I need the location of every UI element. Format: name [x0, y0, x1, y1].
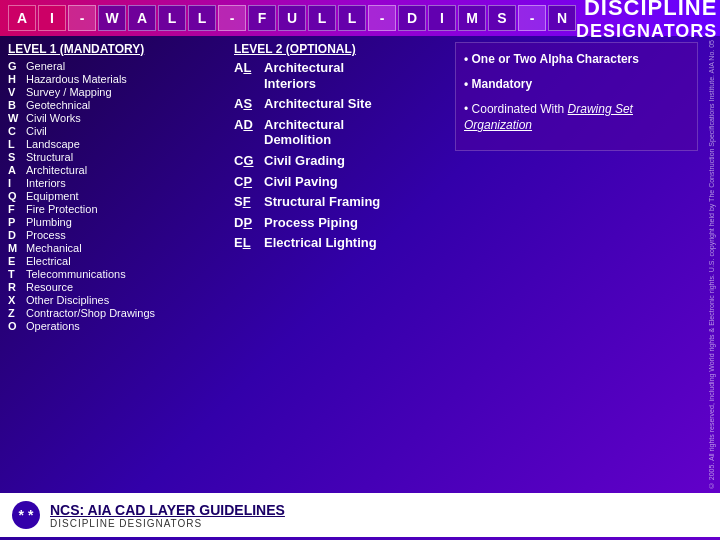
list-item: XOther Disciplines	[8, 294, 228, 306]
item-key: Z	[8, 307, 26, 319]
item-val: Civil Works	[26, 112, 81, 124]
item-key: M	[8, 242, 26, 254]
banner-cell-a2: A	[128, 5, 156, 31]
item-key: D	[8, 229, 26, 241]
list-item: MMechanical	[8, 242, 228, 254]
list-item: DProcess	[8, 229, 228, 241]
level2-item-cp: CP Civil Paving	[234, 174, 449, 190]
level2-heading: LEVEL 2 (OPTIONAL)	[234, 42, 449, 56]
banner-cell-d: D	[398, 5, 426, 31]
main-container: A I - W A L L - F U L L - D I M S - N DI…	[0, 0, 720, 540]
item-key: A	[8, 164, 26, 176]
banner-cell-u: U	[278, 5, 306, 31]
list-item: IInteriors	[8, 177, 228, 189]
list-item: QEquipment	[8, 190, 228, 202]
info-bullet-2: • Mandatory	[464, 76, 689, 93]
item-val: Structural	[26, 151, 73, 163]
content-area: LEVEL 1 (MANDATORY) GGeneral HHazardous …	[0, 36, 706, 493]
item-key: O	[8, 320, 26, 332]
level2-key: AS	[234, 96, 264, 112]
level1-heading: LEVEL 1 (MANDATORY)	[8, 42, 228, 56]
info-bullet-1: • One or Two Alpha Characters	[464, 51, 689, 68]
item-val: General	[26, 60, 65, 72]
banner-cell-l2: L	[188, 5, 216, 31]
list-item: AArchitectural	[8, 164, 228, 176]
level2-key: AL	[234, 60, 264, 76]
footer-icon-text: * *	[19, 507, 34, 523]
level2-key: CG	[234, 153, 264, 169]
list-item: GGeneral	[8, 60, 228, 72]
level2-item-al: AL ArchitecturalInteriors	[234, 60, 449, 91]
list-item: LLandscape	[8, 138, 228, 150]
item-val: Telecommunications	[26, 268, 126, 280]
level2-item-cg: CG Civil Grading	[234, 153, 449, 169]
list-item: PPlumbing	[8, 216, 228, 228]
level2-val: Architectural Site	[264, 96, 372, 112]
info-column: • One or Two Alpha Characters • Mandator…	[455, 42, 698, 487]
list-item: EElectrical	[8, 255, 228, 267]
item-val: Plumbing	[26, 216, 72, 228]
level2-key: AD	[234, 117, 264, 133]
banner-cell-l3: L	[308, 5, 336, 31]
item-val: Civil	[26, 125, 47, 137]
banner-cell-dash4: -	[518, 5, 546, 31]
item-val: Mechanical	[26, 242, 82, 254]
list-item: FFire Protection	[8, 203, 228, 215]
banner-cell-l4: L	[338, 5, 366, 31]
banner-cell-i2: I	[428, 5, 456, 31]
level2-item-dp: DP Process Piping	[234, 215, 449, 231]
level2-item-ad: AD ArchitecturalDemolition	[234, 117, 449, 148]
list-item: ZContractor/Shop Drawings	[8, 307, 228, 319]
level2-column: LEVEL 2 (OPTIONAL) AL ArchitecturalInter…	[234, 42, 449, 487]
level2-val: Civil Paving	[264, 174, 338, 190]
item-key: L	[8, 138, 26, 150]
item-key: P	[8, 216, 26, 228]
level2-key: CP	[234, 174, 264, 190]
item-val: Survey / Mapping	[26, 86, 112, 98]
item-key: B	[8, 99, 26, 111]
item-key: E	[8, 255, 26, 267]
item-key: I	[8, 177, 26, 189]
footer-icon: * *	[12, 501, 40, 529]
item-val: Equipment	[26, 190, 79, 202]
level2-key: DP	[234, 215, 264, 231]
level2-val: Civil Grading	[264, 153, 345, 169]
item-val: Landscape	[26, 138, 80, 150]
info-box: • One or Two Alpha Characters • Mandator…	[455, 42, 698, 151]
footer-text-block: NCS: AIA CAD LAYER GUIDELINES DISCIPLINE…	[50, 502, 285, 529]
item-key: S	[8, 151, 26, 163]
item-val: Geotechnical	[26, 99, 90, 111]
footer-title: NCS: AIA CAD LAYER GUIDELINES	[50, 502, 285, 518]
item-key: F	[8, 203, 26, 215]
content-row: LEVEL 1 (MANDATORY) GGeneral HHazardous …	[0, 36, 720, 493]
banner-cell-n: N	[548, 5, 576, 31]
banner-cell-dash1: -	[68, 5, 96, 31]
item-key: H	[8, 73, 26, 85]
level2-item-el: EL Electrical Lighting	[234, 235, 449, 251]
list-item: VSurvey / Mapping	[8, 86, 228, 98]
item-val: Fire Protection	[26, 203, 98, 215]
item-key: G	[8, 60, 26, 72]
top-banner: A I - W A L L - F U L L - D I M S - N DI…	[0, 0, 720, 36]
info-bullet-3: • Coordinated With Drawing Set Organizat…	[464, 101, 689, 135]
banner-cell-f: F	[248, 5, 276, 31]
list-item: OOperations	[8, 320, 228, 332]
banner-cell-s: S	[488, 5, 516, 31]
item-val: Operations	[26, 320, 80, 332]
banner-cell-dash2: -	[218, 5, 246, 31]
list-item: WCivil Works	[8, 112, 228, 124]
item-key: C	[8, 125, 26, 137]
item-val: Resource	[26, 281, 73, 293]
list-item: HHazardous Materials	[8, 73, 228, 85]
level1-column: LEVEL 1 (MANDATORY) GGeneral HHazardous …	[8, 42, 228, 487]
item-key: Q	[8, 190, 26, 202]
level2-key: SF	[234, 194, 264, 210]
footer-subtitle: DISCIPLINE DESIGNATORS	[50, 518, 285, 529]
level2-key: EL	[234, 235, 264, 251]
footer: * * NCS: AIA CAD LAYER GUIDELINES DISCIP…	[0, 493, 720, 537]
level2-item-as: AS Architectural Site	[234, 96, 449, 112]
level2-val: ArchitecturalDemolition	[264, 117, 344, 148]
list-item: TTelecommunications	[8, 268, 228, 280]
list-item: RResource	[8, 281, 228, 293]
level2-item-sf: SF Structural Framing	[234, 194, 449, 210]
